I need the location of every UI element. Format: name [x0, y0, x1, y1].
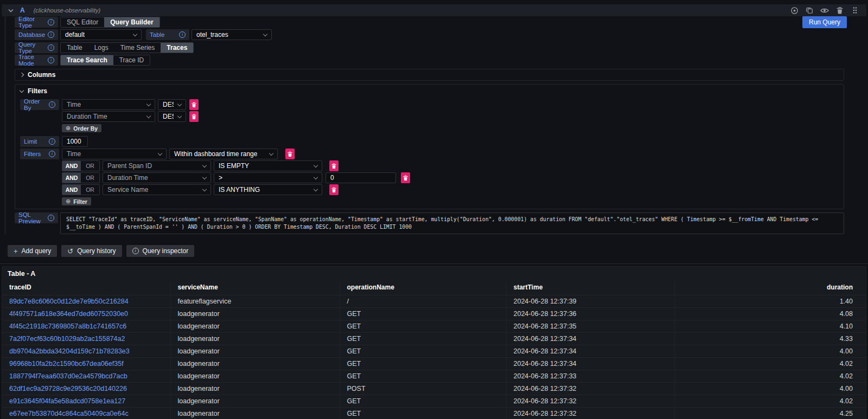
trace-id-link[interactable]: e67ee7b53870d4c864ca50409ca0e64c: [9, 410, 129, 417]
option-time-series[interactable]: Time Series: [114, 43, 161, 53]
cell-operationName: /: [340, 295, 506, 307]
filter-operator-select[interactable]: IS EMPTY: [214, 160, 322, 171]
option-and[interactable]: AND: [62, 185, 81, 195]
info-icon[interactable]: i: [48, 19, 54, 25]
column-header-traceID[interactable]: traceID: [2, 280, 170, 295]
filter-value-input[interactable]: [326, 172, 396, 183]
option-table[interactable]: Table: [61, 43, 88, 53]
collapse-chevron-icon[interactable]: [8, 9, 14, 12]
option-sql-editor[interactable]: SQL Editor: [61, 17, 104, 27]
trace-id-link[interactable]: 4f45c21918c73698057a8b1c741657c6: [9, 323, 126, 330]
remove-filter-button[interactable]: [329, 160, 339, 171]
remove-filter-button[interactable]: [329, 184, 339, 195]
trace-id-link[interactable]: e91c3645f04fa5e58adcd0758e1ea127: [9, 397, 125, 405]
option-trace-id[interactable]: Trace ID: [113, 55, 150, 65]
trash-icon[interactable]: [835, 5, 845, 15]
info-icon[interactable]: i: [48, 215, 54, 221]
table-row: e91c3645f04fa5e58adcd0758e1ea127loadgene…: [2, 395, 866, 407]
info-icon[interactable]: i: [179, 31, 186, 38]
drag-handle-icon[interactable]: [850, 5, 860, 15]
run-query-button[interactable]: Run Query: [802, 16, 847, 28]
trace-mode-toggle: Trace Search Trace ID: [60, 55, 150, 66]
option-query-builder[interactable]: Query Builder: [104, 17, 159, 27]
cell-traceID[interactable]: e67ee7b53870d4c864ca50409ca0e64c: [2, 407, 170, 419]
query-name[interactable]: A: [20, 7, 25, 14]
columns-section-header[interactable]: Columns: [15, 69, 844, 81]
filter-operator-select[interactable]: Within dashboard time range: [169, 149, 278, 159]
table-select[interactable]: otel_traces: [192, 29, 272, 40]
option-or[interactable]: OR: [81, 161, 99, 171]
chevron-down-icon: [177, 113, 182, 118]
copy-icon[interactable]: [805, 5, 814, 15]
trace-id-link[interactable]: 4f497571a618e364ed7ded60752030e0: [9, 310, 128, 318]
column-header-duration[interactable]: duration: [674, 280, 866, 295]
order-by-field-select[interactable]: Duration Time: [62, 111, 155, 122]
cell-traceID[interactable]: 89dc7e8c6060c0d12de7e9b50c216284: [2, 295, 170, 307]
dot-circle-icon[interactable]: [789, 5, 799, 15]
column-header-serviceName[interactable]: serviceName: [170, 280, 340, 295]
option-and[interactable]: AND: [62, 161, 81, 171]
filter-field-select[interactable]: Time: [62, 149, 167, 159]
trace-id-link[interactable]: 7a2f07ecf63c60b1029ab2ac155874a2: [9, 335, 125, 343]
cell-traceID[interactable]: 96968b10fa2b2c1590bc67dea06ef35f: [2, 357, 170, 370]
remove-order-by-button[interactable]: [189, 99, 199, 110]
query-inspector-button[interactable]: i Query inspector: [126, 245, 195, 257]
cell-operationName: GET: [340, 407, 506, 419]
trace-mode-row: Trace Modei Trace Search Trace ID: [15, 55, 844, 66]
trace-id-link[interactable]: 1887794f7eaa6037d0e2a4579bcd7acb: [9, 372, 127, 380]
info-icon[interactable]: i: [48, 31, 54, 38]
query-row-header[interactable]: A (clickhouse-observability): [2, 4, 866, 16]
cell-traceID[interactable]: 4f45c21918c73698057a8b1c741657c6: [2, 320, 170, 332]
add-query-button[interactable]: + Add query: [8, 245, 57, 257]
eye-icon[interactable]: [820, 5, 829, 15]
cell-traceID[interactable]: 4f497571a618e364ed7ded60752030e0: [2, 307, 170, 320]
info-icon[interactable]: i: [49, 138, 55, 145]
filter-operator-select[interactable]: IS ANYTHING: [214, 184, 322, 195]
info-icon[interactable]: i: [49, 101, 55, 108]
limit-input[interactable]: [62, 136, 88, 147]
remove-filter-button[interactable]: [285, 149, 295, 159]
cell-traceID[interactable]: db9704a2bbda34204d159c71b78283e3: [2, 345, 170, 357]
option-or[interactable]: OR: [81, 173, 99, 183]
filters-section-header[interactable]: Filters: [15, 87, 844, 95]
query-editor-body: Editor Typei SQL Editor Query Builder Da…: [5, 16, 844, 234]
cell-traceID[interactable]: 7a2f07ecf63c60b1029ab2ac155874a2: [2, 332, 170, 345]
grafana-query-editor: A (clickhouse-observability) Run Query: [0, 0, 868, 419]
filter-field-select[interactable]: Service Name: [103, 184, 211, 195]
column-header-operationName[interactable]: operationName: [340, 280, 506, 295]
option-trace-search[interactable]: Trace Search: [61, 55, 113, 65]
chevron-down-icon: [202, 163, 207, 167]
option-or[interactable]: OR: [81, 185, 99, 195]
cell-traceID[interactable]: e91c3645f04fa5e58adcd0758e1ea127: [2, 395, 170, 407]
order-by-field-select[interactable]: Time: [62, 99, 155, 110]
chevron-down-icon: [314, 175, 318, 179]
query-history-button[interactable]: ↺ Query history: [61, 245, 122, 257]
order-by-direction-select[interactable]: DESC: [158, 111, 186, 122]
add-filter-button[interactable]: ⊕ Filter: [62, 197, 91, 205]
trace-id-link[interactable]: db9704a2bbda34204d159c71b78283e3: [9, 347, 130, 355]
filter-field-select[interactable]: Duration Time: [103, 172, 211, 183]
option-logs[interactable]: Logs: [88, 43, 114, 53]
trace-id-link[interactable]: 96968b10fa2b2c1590bc67dea06ef35f: [9, 360, 124, 368]
option-traces[interactable]: Traces: [161, 43, 193, 53]
remove-filter-button[interactable]: [401, 172, 410, 183]
column-header-startTime[interactable]: startTime: [506, 280, 674, 295]
trace-id-link[interactable]: 89dc7e8c6060c0d12de7e9b50c216284: [9, 298, 129, 305]
add-order-by-button[interactable]: ⊕ Order By: [62, 124, 101, 132]
info-icon[interactable]: i: [48, 57, 54, 63]
panel-title[interactable]: Table - A: [2, 267, 866, 280]
order-by-direction-select[interactable]: DESC: [158, 99, 186, 110]
trace-id-link[interactable]: 62df1ec9a29728c9e29536c20d140226: [9, 385, 127, 392]
chevron-down-icon: [146, 113, 151, 118]
cell-traceID[interactable]: 62df1ec9a29728c9e29536c20d140226: [2, 382, 170, 395]
filter-operator-select[interactable]: >: [214, 172, 322, 183]
remove-order-by-button[interactable]: [189, 111, 199, 122]
cell-traceID[interactable]: 1887794f7eaa6037d0e2a4579bcd7acb: [2, 370, 170, 382]
order-by-row: Order Byi Time DESC: [20, 99, 839, 110]
database-select[interactable]: default: [60, 29, 142, 40]
info-icon[interactable]: i: [49, 151, 55, 157]
info-icon[interactable]: i: [48, 44, 54, 51]
option-and[interactable]: AND: [62, 173, 81, 183]
filter-field-select[interactable]: Parent Span ID: [103, 160, 211, 171]
query-type-label: Query Typei: [15, 42, 58, 53]
